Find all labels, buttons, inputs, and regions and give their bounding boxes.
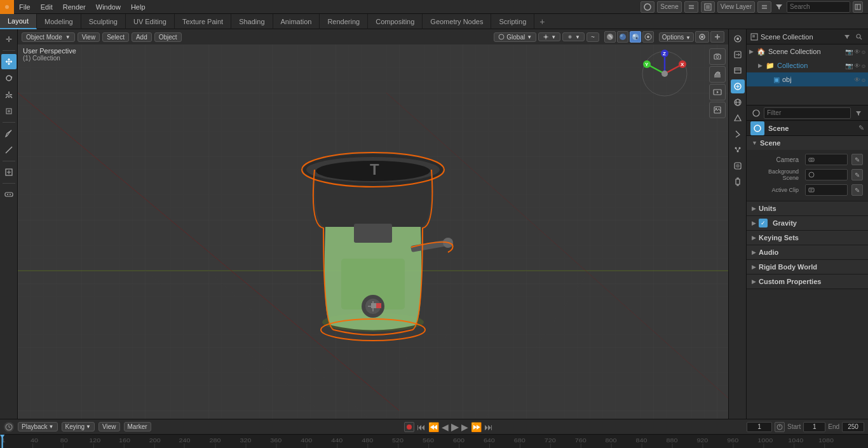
new-window-icon[interactable] xyxy=(853,1,863,13)
coll-camera-icon[interactable]: 📷 xyxy=(845,62,853,69)
scene-coll-eye-icon[interactable]: 👁 xyxy=(854,48,860,55)
audio-section-header[interactable]: ▶ Audio xyxy=(747,245,868,259)
object-menu[interactable]: Object xyxy=(154,32,182,42)
view-menu[interactable]: View xyxy=(78,32,100,42)
scene-coll-camera-icon[interactable]: 📷 xyxy=(845,48,853,55)
menu-help[interactable]: Help xyxy=(126,0,151,14)
prop-icon-object[interactable] xyxy=(731,111,745,125)
menu-window[interactable]: Window xyxy=(91,0,126,14)
transform-space[interactable]: Global ▼ xyxy=(494,32,536,42)
gravity-checkbox[interactable]: ✓ xyxy=(759,219,768,227)
camera-view-tool[interactable] xyxy=(709,84,726,100)
play-btn[interactable]: ▶ xyxy=(451,421,459,433)
annotate-tool[interactable] xyxy=(1,126,17,141)
props-edit-btn[interactable]: ✎ xyxy=(858,124,864,132)
prop-icon-particles[interactable] xyxy=(731,143,745,157)
image-tool[interactable] xyxy=(709,102,726,118)
tab-uv-editing[interactable]: UV Editing xyxy=(126,14,175,29)
prop-icon-output[interactable] xyxy=(731,48,745,62)
options-button[interactable]: Options ▼ xyxy=(659,32,694,42)
prev-keyframe-btn[interactable]: ◀ xyxy=(442,422,449,432)
frame-time-icon[interactable] xyxy=(775,422,785,432)
jump-end-btn[interactable]: ⏭ xyxy=(484,422,493,432)
timeline-ruler-strip[interactable]: 1 40 80 120 160 200 240 280 320 360 400 … xyxy=(0,434,868,448)
tab-scripting[interactable]: Scripting xyxy=(491,14,534,29)
add-workspace-button[interactable]: + xyxy=(534,17,550,27)
prop-icon-physics[interactable] xyxy=(731,159,745,173)
camera-pick-icon[interactable]: ✎ xyxy=(851,154,863,165)
viewport-shading-solid[interactable] xyxy=(604,31,616,43)
viewport-gizmo-toggle[interactable] xyxy=(710,31,724,43)
extra-tool[interactable] xyxy=(1,187,17,202)
marker-menu[interactable]: Marker xyxy=(124,422,151,431)
units-section-header[interactable]: ▶ Units xyxy=(747,201,868,215)
tab-sculpting[interactable]: Sculpting xyxy=(81,14,126,29)
tab-shading[interactable]: Shading xyxy=(231,14,273,29)
end-frame-input[interactable] xyxy=(842,422,864,432)
active-clip-pick-icon[interactable]: ✎ xyxy=(851,184,863,196)
start-frame-input[interactable] xyxy=(803,422,825,432)
timeline-clock-icon[interactable] xyxy=(4,422,14,432)
prop-icon-view-layer[interactable] xyxy=(731,64,745,78)
prop-icon-constraints[interactable] xyxy=(731,175,745,189)
menu-edit[interactable]: Edit xyxy=(36,0,58,14)
filter-icon[interactable] xyxy=(774,1,784,13)
tab-geometry-nodes[interactable]: Geometry Nodes xyxy=(423,14,491,29)
tab-compositing[interactable]: Compositing xyxy=(368,14,423,29)
measure-tool[interactable] xyxy=(1,142,17,158)
add-object-tool[interactable] xyxy=(1,165,17,180)
props-header-icon[interactable] xyxy=(750,106,762,120)
proportional-edit[interactable]: ~ xyxy=(587,32,599,42)
viewlayer-icon-btn[interactable] xyxy=(701,1,715,13)
menu-file[interactable]: File xyxy=(14,0,36,14)
scene-options-icon[interactable] xyxy=(684,1,698,13)
pivot-point[interactable]: ▼ xyxy=(538,32,560,41)
viewport-shading-material[interactable] xyxy=(617,31,628,43)
prop-icon-scene[interactable] xyxy=(731,79,745,93)
viewport-overlay-toggle[interactable] xyxy=(695,31,709,43)
prop-icon-modifier[interactable] xyxy=(731,127,745,141)
record-btn[interactable] xyxy=(404,422,414,432)
prev-frame-btn[interactable]: ⏪ xyxy=(428,422,439,432)
hand-tool[interactable] xyxy=(709,66,726,83)
tab-layout[interactable]: Layout xyxy=(0,14,37,29)
bg-scene-value[interactable] xyxy=(805,169,848,180)
next-keyframe-btn[interactable]: ▶ xyxy=(461,422,468,432)
outliner-search-icon[interactable] xyxy=(854,32,864,42)
viewport-3d[interactable]: Object Mode ▼ View Select Add Object Glo… xyxy=(18,29,728,419)
cursor-tool[interactable]: ✛ xyxy=(1,32,17,47)
coll-eye-icon[interactable]: 👁 xyxy=(854,62,860,69)
gravity-section-header[interactable]: ▶ ✓ Gravity xyxy=(747,216,868,230)
props-tab-scene[interactable] xyxy=(750,121,764,135)
view-menu[interactable]: View xyxy=(98,422,120,431)
obj-eye-icon[interactable]: 👁 xyxy=(854,76,860,83)
object-mode-dropdown[interactable]: Object Mode ▼ xyxy=(22,32,75,42)
tab-rendering[interactable]: Rendering xyxy=(320,14,368,29)
top-search-input[interactable] xyxy=(787,1,850,13)
tab-animation[interactable]: Animation xyxy=(273,14,320,29)
props-filter-icon[interactable] xyxy=(853,106,864,120)
viewport-shading-eevee[interactable] xyxy=(642,31,654,43)
tab-texture-paint[interactable]: Texture Paint xyxy=(175,14,231,29)
jump-start-btn[interactable]: ⏮ xyxy=(417,422,426,432)
playback-menu[interactable]: Playback ▼ xyxy=(18,422,58,431)
active-clip-value[interactable] xyxy=(805,184,848,196)
move-tool[interactable] xyxy=(1,54,17,69)
snap-toggle[interactable]: ▼ xyxy=(562,32,585,41)
transform-tool[interactable] xyxy=(1,104,17,119)
prop-icon-render[interactable] xyxy=(731,32,745,46)
select-menu[interactable]: Select xyxy=(102,32,129,42)
keying-menu[interactable]: Keying ▼ xyxy=(62,422,95,431)
current-frame-input[interactable] xyxy=(747,422,772,432)
viewlayer-selector[interactable]: View Layer xyxy=(717,1,755,13)
camera-value[interactable] xyxy=(805,154,848,165)
camera-tool[interactable] xyxy=(709,48,726,65)
props-search-input[interactable] xyxy=(764,107,851,119)
keying-sets-header[interactable]: ▶ Keying Sets xyxy=(747,231,868,245)
scene-coll-render-icon[interactable]: ⌾ xyxy=(862,48,865,55)
outliner-collection[interactable]: ▶ 📁 Collection 📷 👁 ⌾ xyxy=(747,58,868,72)
next-frame-btn[interactable]: ⏩ xyxy=(471,422,482,432)
viewport-shading-rendered[interactable] xyxy=(630,31,641,43)
rotate-tool[interactable] xyxy=(1,71,17,86)
outliner-obj-item[interactable]: ▶ ▣ obj 👁 ⌾ xyxy=(747,72,868,86)
